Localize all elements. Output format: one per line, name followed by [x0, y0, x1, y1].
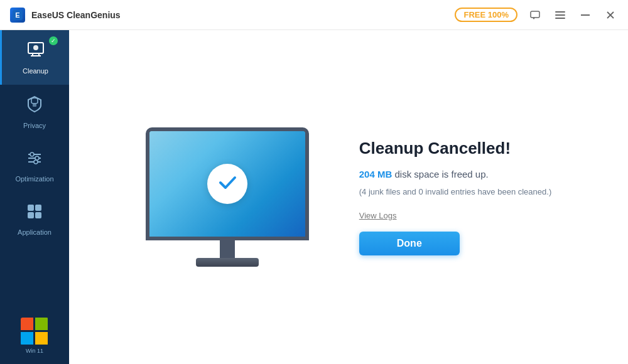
monitor-illustration	[146, 127, 309, 267]
sidebar-item-cleanup[interactable]: ✓ Cleanup	[0, 30, 69, 85]
feedback-button[interactable]	[528, 8, 543, 23]
cleanup-icon	[26, 40, 45, 63]
svg-text:E: E	[15, 11, 19, 19]
win11-section: Win 11	[21, 318, 48, 364]
app-logo: E	[10, 8, 25, 23]
main-content: Cleanup Cancelled! 204 MB disk space is …	[69, 30, 628, 364]
minimize-button[interactable]	[578, 8, 593, 23]
sub-text-1: (4 junk files and	[359, 187, 419, 196]
win11-label: Win 11	[26, 348, 43, 354]
result-text-area: Cleanup Cancelled! 204 MB disk space is …	[359, 139, 551, 255]
application-icon	[26, 203, 43, 225]
optimization-icon	[26, 149, 43, 171]
application-label: Application	[18, 228, 51, 236]
free-badge[interactable]: FREE 100%	[455, 8, 517, 22]
privacy-icon	[26, 95, 43, 118]
view-logs-link[interactable]: View Logs	[359, 211, 551, 220]
svg-rect-5	[555, 18, 565, 19]
svg-rect-2	[531, 11, 539, 18]
monitor-body	[146, 127, 309, 240]
result-title: Cleanup Cancelled!	[359, 139, 551, 158]
svg-rect-3	[555, 11, 565, 13]
check-circle	[207, 164, 247, 204]
svg-point-13	[33, 45, 38, 50]
stats-text: disk space is freed up.	[392, 169, 488, 179]
svg-rect-22	[35, 205, 41, 211]
svg-rect-6	[581, 14, 590, 16]
svg-rect-24	[35, 212, 41, 218]
check-icon	[216, 171, 239, 197]
cleanup-label: Cleanup	[23, 67, 48, 75]
optimization-label: Optimization	[15, 175, 53, 183]
win11-badge	[21, 318, 48, 345]
window-controls	[528, 8, 618, 23]
monitor-stand-neck	[220, 240, 235, 258]
privacy-label: Privacy	[23, 122, 46, 129]
cleanup-badge: ✓	[49, 36, 58, 45]
sidebar-item-privacy[interactable]: Privacy	[0, 85, 69, 139]
result-stats: 204 MB disk space is freed up.	[359, 167, 551, 182]
svg-point-19	[30, 153, 34, 156]
svg-rect-23	[28, 212, 34, 218]
result-container: Cleanup Cancelled! 204 MB disk space is …	[146, 127, 551, 267]
result-sub: (4 junk files and 0 invalid entries have…	[359, 186, 551, 198]
sidebar: ✓ Cleanup Privacy	[0, 0, 69, 364]
svg-rect-14	[33, 104, 36, 107]
monitor-screen	[149, 131, 305, 237]
done-button[interactable]: Done	[359, 232, 460, 255]
svg-point-18	[35, 156, 39, 160]
monitor-stand-base	[196, 258, 259, 267]
sub-highlight: 0	[418, 187, 423, 196]
app-name-label: EaseUS CleanGenius	[31, 10, 455, 20]
svg-point-20	[34, 160, 38, 164]
sidebar-item-optimization[interactable]: Optimization	[0, 139, 69, 193]
mb-highlight: 204 MB	[359, 169, 392, 179]
title-bar: E EaseUS CleanGenius FREE 100%	[0, 0, 628, 30]
sub-text-2: invalid entries have been cleaned.)	[423, 187, 552, 196]
menu-button[interactable]	[553, 8, 568, 23]
svg-rect-4	[555, 14, 565, 16]
sidebar-item-application[interactable]: Application	[0, 193, 69, 246]
svg-rect-21	[28, 205, 34, 211]
close-button[interactable]	[603, 8, 618, 23]
